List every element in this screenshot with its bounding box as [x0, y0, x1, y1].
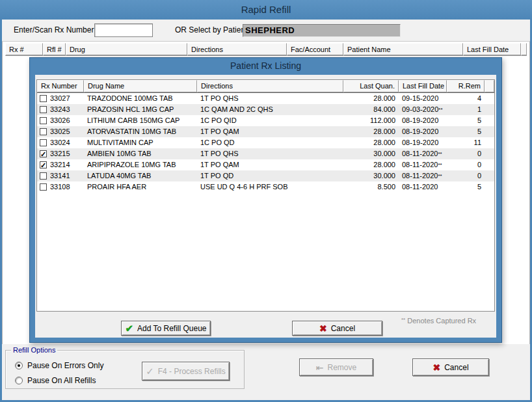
rx-number-value: 33214	[50, 159, 70, 170]
last-fill-date-value: 08-19-2020	[399, 115, 447, 126]
bg-col-last-fill-date[interactable]: Last Fill Date	[463, 43, 521, 56]
drug-name-value: MULTIVITAMIN CAP	[84, 137, 197, 148]
rx-table-row[interactable]: 33108 PROAIR HFA AER USE UD Q 4-6 H PRF …	[37, 181, 494, 193]
rx-table-row[interactable]: 33141 LATUDA 40MG TAB 1T PO QD 30.000 08…	[37, 170, 494, 181]
window-title: Rapid Refill	[241, 4, 291, 15]
rx-table-header: Rx Number Drug Name Directions Last Quan…	[37, 80, 494, 93]
window-title-bar: Rapid Refill	[0, 0, 532, 20]
bg-col-directions[interactable]: Directions	[187, 43, 287, 56]
rx-table-row[interactable]: 33024 MULTIVITAMIN CAP 1C PO QD 28.000 0…	[37, 137, 494, 148]
rx-table-row[interactable]: 33243 PRAZOSIN HCL 1MG CAP 1C QAM AND 2C…	[37, 104, 494, 115]
last-quantity-value: 28.000	[343, 137, 399, 148]
col-last-quan[interactable]: Last Quan.	[343, 80, 399, 92]
footer-panel: Refill Options Pause On Errors Only Paus…	[2, 344, 530, 400]
last-quantity-value: 112.000	[343, 115, 399, 126]
last-fill-date-value: 08-19-2020	[399, 137, 447, 148]
remove-button[interactable]: ⇤ Remove	[299, 358, 373, 376]
refills-remaining-value: 5	[447, 126, 485, 137]
drug-name-value: ARIPIPRAZOLE 10MG TAB	[84, 159, 197, 170]
rx-number-value: 33025	[50, 126, 70, 137]
col-last-fill-date[interactable]: Last Fill Date	[399, 80, 447, 92]
last-quantity-value: 8.500	[343, 181, 399, 193]
rx-table-row[interactable]: 33214 ARIPIPRAZOLE 10MG TAB 1T PO QAM 28…	[37, 159, 494, 170]
row-spacer	[485, 104, 494, 115]
directions-value: 1T PO QHS	[197, 148, 343, 159]
refills-remaining-value: 11	[447, 137, 485, 148]
refills-remaining-value: 5	[447, 181, 485, 193]
directions-value: 1C QAM AND 2C QHS	[197, 104, 343, 115]
footer-cancel-label: Cancel	[444, 363, 468, 372]
captured-note-text: Denotes Captured Rx	[405, 317, 476, 325]
col-drug-name[interactable]: Drug Name	[84, 80, 197, 92]
radio-pause-on-all-refills[interactable]: Pause On All Refills	[15, 376, 96, 385]
directions-value: 1T PO QHS	[197, 93, 343, 104]
directions-value: 1C PO QID	[197, 115, 343, 126]
rx-table-row[interactable]: 33215 AMBIEN 10MG TAB 1T PO QHS 30.000 0…	[37, 148, 494, 159]
background-table-header: Rx # Rfl # Drug Directions Fac/Account P…	[5, 43, 527, 56]
rx-checkbox[interactable]	[40, 95, 47, 102]
last-quantity-value: 28.000	[343, 93, 399, 104]
rx-number-input[interactable]	[94, 23, 153, 37]
directions-value: 1T PO QAM	[197, 159, 343, 170]
rx-checkbox[interactable]	[40, 183, 47, 191]
rx-checkbox[interactable]	[40, 106, 47, 113]
bg-col-rfl[interactable]: Rfl #	[43, 43, 66, 56]
bg-col-drug[interactable]: Drug	[66, 43, 187, 56]
rx-checkbox[interactable]	[40, 117, 47, 124]
drug-name-value: PRAZOSIN HCL 1MG CAP	[84, 104, 197, 115]
rx-listing-table: Rx Number Drug Name Directions Last Quan…	[36, 79, 495, 312]
captured-rx-note: ** Denotes Captured Rx	[401, 317, 476, 325]
bg-col-patient-name[interactable]: Patient Name	[343, 43, 463, 56]
last-fill-date-value: 08-11-2020**	[399, 159, 447, 170]
col-directions[interactable]: Directions	[197, 80, 343, 92]
rx-table-row[interactable]: 33025 ATORVASTATIN 10MG TAB 1T PO QAM 28…	[37, 126, 494, 137]
rx-checkbox[interactable]	[40, 161, 47, 168]
col-rx-number[interactable]: Rx Number	[37, 80, 84, 92]
rx-number-value: 33215	[50, 148, 70, 159]
last-quantity-value: 84.000	[343, 104, 399, 115]
rx-number-value: 33141	[50, 170, 70, 181]
row-spacer	[485, 126, 494, 137]
refills-remaining-value: 1	[447, 104, 485, 115]
rx-checkbox[interactable]	[40, 172, 47, 180]
last-quantity-value: 28.000	[343, 159, 399, 170]
col-r-rem[interactable]: R.Rem	[447, 80, 485, 92]
last-fill-date-value: 08-11-2020**	[399, 170, 447, 181]
remove-label: Remove	[328, 363, 357, 372]
add-to-refill-queue-button[interactable]: ✔ Add To Refill Queue	[121, 321, 211, 336]
radio-selected-icon[interactable]	[15, 362, 23, 369]
radio-pause-on-errors-only[interactable]: Pause On Errors Only	[15, 361, 103, 370]
last-quantity-value: 30.000	[343, 170, 399, 181]
last-fill-date-value: 08-19-2020	[399, 126, 447, 137]
rx-checkbox[interactable]	[40, 128, 47, 135]
drug-name-value: PROAIR HFA AER	[84, 181, 197, 193]
radio-unselected-icon[interactable]	[15, 377, 23, 384]
f4-process-refills-button[interactable]: ✓ F4 - Process Refills	[142, 362, 230, 381]
bg-col-rx[interactable]: Rx #	[5, 43, 43, 56]
row-spacer	[485, 181, 494, 193]
refills-remaining-value: 0	[447, 170, 485, 181]
last-fill-date-value: 08-11-2020	[399, 181, 447, 193]
footer-cancel-button[interactable]: ✖ Cancel	[412, 358, 489, 376]
remove-arrow-icon: ⇤	[316, 363, 324, 372]
directions-value: 1C PO QD	[197, 137, 343, 148]
row-spacer	[485, 115, 494, 126]
rx-checkbox[interactable]	[40, 150, 47, 157]
refills-remaining-value: 0	[447, 159, 485, 170]
check-icon: ✔	[125, 323, 133, 333]
rx-checkbox[interactable]	[40, 139, 47, 146]
row-spacer	[485, 93, 494, 104]
cancel-x-icon: ✖	[432, 363, 440, 372]
rx-number-value: 33243	[50, 104, 70, 115]
dialog-cancel-button[interactable]: ✖ Cancel	[292, 321, 382, 336]
rx-table-row[interactable]: 33026 LITHIUM CARB 150MG CAP 1C PO QID 1…	[37, 115, 494, 126]
last-fill-date-value: 09-03-2020**	[399, 104, 447, 115]
patient-select-field[interactable]: SHEPHERD	[243, 24, 401, 37]
bg-col-fac-account[interactable]: Fac/Account	[287, 43, 343, 56]
last-quantity-value: 28.000	[343, 126, 399, 137]
drug-name-value: ATORVASTATIN 10MG TAB	[84, 126, 197, 137]
dialog-title-bar: Patient Rx Listing	[30, 58, 501, 75]
dialog-cancel-label: Cancel	[331, 324, 355, 333]
drug-name-value: LITHIUM CARB 150MG CAP	[84, 115, 197, 126]
rx-table-row[interactable]: 33027 TRAZODONE 100MG TAB 1T PO QHS 28.0…	[37, 93, 494, 104]
